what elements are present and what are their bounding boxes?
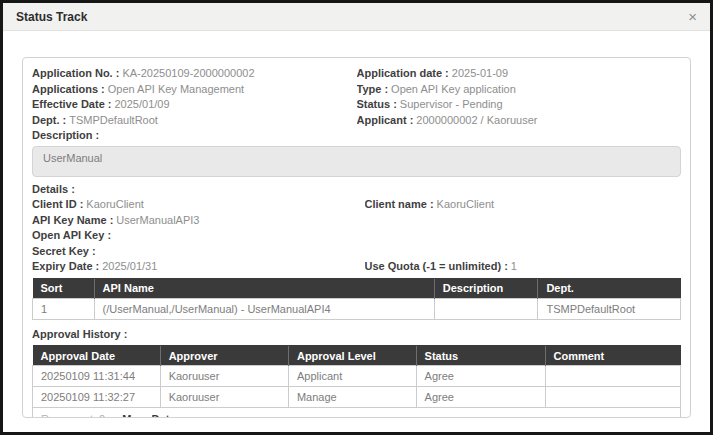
- approval-cell-level: Applicant: [288, 366, 416, 387]
- field-effective-date: Effective Date :2025/01/09: [32, 97, 357, 113]
- field-applications-label: Applications :: [32, 83, 105, 95]
- field-applications-value: Open API Key Management: [108, 83, 244, 95]
- approval-cell-approver: Kaoruuser: [160, 387, 288, 408]
- details-section: Details : Client ID :KaoruClient API Key…: [32, 182, 681, 275]
- approval-header-approver: Approver: [160, 346, 288, 366]
- application-info: Application No. :KA-20250109-2000000002 …: [32, 66, 681, 144]
- more-data-link[interactable]: More Data: [122, 413, 175, 418]
- api-table-header-row: Sort API Name Description Dept.: [33, 278, 681, 298]
- field-applicant: Applicant :2000000002 / Kaoruuser: [357, 113, 682, 129]
- field-description-label: Description :: [32, 129, 99, 141]
- field-api-key-name-value: UserManualAPI3: [116, 214, 199, 226]
- approval-header-comment: Comment: [545, 346, 680, 366]
- field-use-quota-label: Use Quota (-1 = unlimited) :: [365, 260, 508, 272]
- field-open-api-key-label: Open API Key :: [32, 229, 111, 241]
- field-description: Description :: [32, 128, 357, 144]
- approval-cell-approver: Kaoruuser: [160, 366, 288, 387]
- approval-header-level: Approval Level: [288, 346, 416, 366]
- field-type-label: Type :: [357, 83, 389, 95]
- approval-table-header-row: Approval Date Approver Approval Level St…: [33, 346, 681, 366]
- description-textarea[interactable]: UserManual: [32, 146, 681, 177]
- field-effective-date-label: Effective Date :: [32, 98, 111, 110]
- details-right: Client name :KaoruClient Use Quota (-1 =…: [357, 182, 682, 275]
- field-applications: Applications :Open API Key Management: [32, 82, 357, 98]
- approval-table-row: 20250109 11:32:27 Kaoruuser Manage Agree: [33, 387, 681, 408]
- status-track-modal: Status Track × Application No. :KA-20250…: [0, 0, 713, 435]
- close-icon[interactable]: ×: [688, 9, 697, 24]
- row-count-value: 2: [99, 413, 105, 418]
- api-table-cell-api-name: (/UserManual,/UserManual) - UserManualAP…: [94, 298, 434, 319]
- api-table-header-description: Description: [434, 278, 538, 298]
- field-use-quota: Use Quota (-1 = unlimited) :1: [365, 259, 682, 275]
- field-type: Type :Open API Key application: [357, 82, 682, 98]
- field-client-id-label: Client ID :: [32, 198, 83, 210]
- details-left: Details : Client ID :KaoruClient API Key…: [32, 182, 357, 275]
- api-table-cell-description: [434, 298, 538, 319]
- field-application-date: Application date :2025-01-09: [357, 66, 682, 82]
- field-expiry-date-label: Expiry Date :: [32, 260, 99, 272]
- api-table-cell-sort: 1: [33, 298, 95, 319]
- field-application-no-value: KA-20250109-2000000002: [122, 67, 254, 79]
- field-dept: Dept. :TSMPDefaultRoot: [32, 113, 357, 129]
- field-secret-key: Secret Key :: [32, 244, 357, 260]
- api-table-row: 1 (/UserManual,/UserManual) - UserManual…: [33, 298, 681, 319]
- approval-cell-level: Manage: [288, 387, 416, 408]
- field-client-id-value: KaoruClient: [86, 198, 143, 210]
- field-application-no: Application No. :KA-20250109-2000000002: [32, 66, 357, 82]
- field-status: Status :Supervisor - Pending: [357, 97, 682, 113]
- modal-body: Application No. :KA-20250109-2000000002 …: [3, 31, 710, 418]
- modal-title: Status Track: [16, 10, 87, 24]
- field-use-quota-value: 1: [511, 260, 517, 272]
- approval-cell-status: Agree: [416, 387, 545, 408]
- approval-cell-comment: [545, 366, 680, 387]
- double-chevron-right-icon[interactable]: »: [184, 413, 190, 418]
- api-table: Sort API Name Description Dept. 1 (/User…: [32, 278, 681, 320]
- field-application-no-label: Application No. :: [32, 67, 119, 79]
- approval-cell-status: Agree: [416, 366, 545, 387]
- field-client-id: Client ID :KaoruClient: [32, 197, 357, 213]
- field-expiry-date: Expiry Date :2025/01/31: [32, 259, 357, 275]
- approval-cell-date: 20250109 11:31:44: [33, 366, 161, 387]
- approval-table-row: 20250109 11:31:44 Kaoruuser Applicant Ag…: [33, 366, 681, 387]
- field-effective-date-value: 2025/01/09: [114, 98, 169, 110]
- field-dept-value: TSMPDefaultRoot: [69, 114, 158, 126]
- field-client-name-label: Client name :: [365, 198, 434, 210]
- content-panel: Application No. :KA-20250109-2000000002 …: [22, 57, 691, 418]
- approval-header-status: Status: [416, 346, 545, 366]
- api-table-header-dept: Dept.: [538, 278, 681, 298]
- row-count-label: Row count:: [41, 413, 96, 418]
- field-client-name: Client name :KaoruClient: [365, 197, 682, 213]
- approval-cell-comment: [545, 387, 680, 408]
- application-info-right: Application date :2025-01-09 Type :Open …: [357, 66, 682, 144]
- field-application-date-label: Application date :: [357, 67, 449, 79]
- field-application-date-value: 2025-01-09: [452, 67, 508, 79]
- approval-history-table: Approval Date Approver Approval Level St…: [32, 345, 681, 418]
- field-api-key-name-label: API Key Name :: [32, 214, 113, 226]
- field-status-label: Status :: [357, 98, 397, 110]
- approval-table-footer: Row count: 2 More Data »: [33, 408, 681, 419]
- field-client-name-value: KaoruClient: [437, 198, 494, 210]
- field-applicant-value: 2000000002 / Kaoruuser: [416, 114, 537, 126]
- field-dept-label: Dept. :: [32, 114, 66, 126]
- modal-header: Status Track ×: [3, 3, 710, 31]
- field-type-value: Open API Key application: [391, 83, 516, 95]
- field-open-api-key: Open API Key :: [32, 228, 357, 244]
- field-secret-key-label: Secret Key :: [32, 245, 96, 257]
- api-table-cell-dept: TSMPDefaultRoot: [538, 298, 681, 319]
- api-table-header-api-name: API Name: [94, 278, 434, 298]
- application-info-left: Application No. :KA-20250109-2000000002 …: [32, 66, 357, 144]
- api-table-header-sort: Sort: [33, 278, 95, 298]
- approval-header-date: Approval Date: [33, 346, 161, 366]
- approval-cell-date: 20250109 11:32:27: [33, 387, 161, 408]
- details-heading: Details :: [32, 182, 357, 198]
- field-applicant-label: Applicant :: [357, 114, 414, 126]
- approval-history-heading: Approval History :: [32, 327, 681, 343]
- field-expiry-date-value: 2025/01/31: [102, 260, 157, 272]
- approval-table-footer-row: Row count: 2 More Data »: [33, 408, 681, 419]
- field-status-value: Supervisor - Pending: [400, 98, 503, 110]
- field-api-key-name: API Key Name :UserManualAPI3: [32, 213, 357, 229]
